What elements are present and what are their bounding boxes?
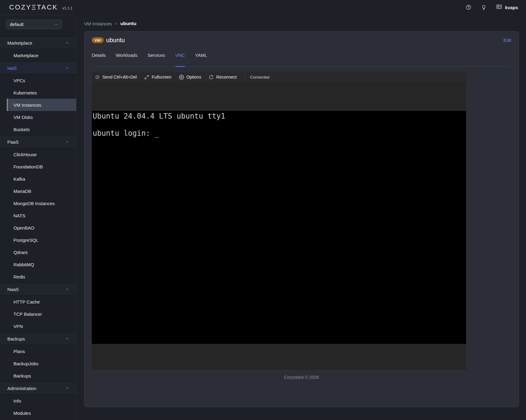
logo[interactable]: COZYΞTACK v1.1.1 <box>9 3 72 11</box>
sidebar-section-header-paas[interactable]: PaaS <box>0 135 76 148</box>
send-ctrl-alt-del-label: Send Ctrl+Alt+Del <box>102 75 137 79</box>
section-label: NaaS <box>7 287 19 292</box>
tab-vnc[interactable]: VNC <box>175 52 185 66</box>
lightbulb-icon[interactable] <box>481 4 487 10</box>
vmi-badge: VMI <box>92 37 104 43</box>
chevron-up-icon <box>65 41 69 45</box>
chevron-up-icon <box>65 140 69 144</box>
terminal-line <box>93 120 466 129</box>
sidebar-section-header-marketplace[interactable]: Marketplace <box>0 36 76 49</box>
sidebar-item-mariadb[interactable]: MariaDB <box>7 185 76 197</box>
tab-workloads[interactable]: Workloads <box>116 52 138 66</box>
power-icon <box>95 75 100 80</box>
sidebar-item-redis[interactable]: Redis <box>7 271 76 283</box>
chevron-up-icon <box>65 287 69 291</box>
fullscreen-button[interactable]: Fullscreen <box>144 75 172 80</box>
fullscreen-icon <box>144 75 149 80</box>
sidebar-item-plans[interactable]: Plans <box>7 345 76 357</box>
sidebar-item-backupjobs[interactable]: BackupJobs <box>7 357 76 370</box>
topbar-actions: kvaps <box>465 4 518 11</box>
breadcrumb: VM Instances > ubuntu <box>84 19 526 28</box>
sidebar-section-administration: Administration Info Modules <box>0 382 76 419</box>
sidebar-item-vm-disks[interactable]: VM Disks <box>7 111 76 123</box>
sidebar-section-header-iaas[interactable]: IaaS <box>0 61 76 74</box>
footer-copyright: Cozystack © 2026 <box>92 375 511 381</box>
sidebar-section-naas: NaaS HTTP Cache TCP Balancer VPN <box>0 283 76 332</box>
sidebar-item-kafka[interactable]: Kafka <box>7 173 76 185</box>
sidebar-nav: Marketplace Marketplace IaaS VPCs Kubern… <box>0 36 76 419</box>
chevron-down-icon <box>54 22 59 27</box>
tab-services[interactable]: Services <box>147 52 165 66</box>
sidebar-item-vm-instances[interactable]: VM Instances <box>7 99 76 111</box>
app-version: v1.1.1 <box>62 6 72 10</box>
breadcrumb-parent[interactable]: VM Instances <box>84 21 112 26</box>
sidebar-item-buckets[interactable]: Buckets <box>7 123 76 135</box>
sidebar-item-mongodb-instances[interactable]: MongoDB Instances <box>7 197 76 209</box>
breadcrumb-current: ubuntu <box>120 21 136 26</box>
sidebar-section-header-administration[interactable]: Administration <box>0 382 76 395</box>
sidebar-item-nats[interactable]: NATS <box>7 209 76 222</box>
connection-status: Connected <box>245 75 269 79</box>
section-label: Administration <box>7 386 36 391</box>
page-title: ubuntu <box>106 37 125 44</box>
sidebar-item-foundationdb[interactable]: FoundationDB <box>7 160 76 173</box>
sidebar-item-tcp-balancer[interactable]: TCP Balancer <box>7 308 76 320</box>
terminal-line: Ubuntu 24.04.4 LTS ubuntu tty1 <box>93 112 466 120</box>
sidebar-item-clickhouse[interactable]: ClickHouse <box>7 148 76 160</box>
edit-button[interactable]: Edit <box>503 38 511 43</box>
options-label: Options <box>187 75 201 79</box>
sidebar-section-header-naas[interactable]: NaaS <box>0 283 76 296</box>
sidebar-section-backups: Backups Plans BackupJobs Backups <box>0 332 76 382</box>
logo-text: COZYΞTACK <box>9 3 58 11</box>
vnc-display[interactable]: Ubuntu 24.04.4 LTS ubuntu tty1 ubuntu lo… <box>92 82 466 370</box>
id-badge-icon <box>496 4 502 11</box>
sidebar-item-kubernetes[interactable]: Kubernetes <box>7 87 76 99</box>
sidebar-item-qdrant[interactable]: Qdrant <box>7 246 76 258</box>
section-label: IaaS <box>7 65 17 71</box>
terminal-line: ubuntu login: _ <box>93 129 466 138</box>
reconnect-button[interactable]: Reconnect <box>209 75 237 80</box>
breadcrumb-separator: > <box>115 21 117 26</box>
sidebar-item-openbao[interactable]: OpenBAO <box>7 222 76 234</box>
tab-yaml[interactable]: YAML <box>195 52 207 66</box>
main-content: VM Instances > ubuntu VMI ubuntu Edit De… <box>76 15 526 420</box>
sidebar-item-http-cache[interactable]: HTTP Cache <box>7 296 76 308</box>
sidebar-section-marketplace: Marketplace Marketplace <box>0 36 76 61</box>
sidebar-item-vpn[interactable]: VPN <box>7 320 76 332</box>
sidebar-item-vpcs[interactable]: VPCs <box>7 74 76 87</box>
vnc-framebuffer[interactable]: Ubuntu 24.04.4 LTS ubuntu tty1 ubuntu lo… <box>92 111 466 344</box>
vm-instance-card: VMI ubuntu Edit Details Workloads Servic… <box>84 31 519 407</box>
tabs: Details Workloads Services VNC YAML <box>92 52 511 67</box>
section-label: Marketplace <box>7 40 32 46</box>
tab-details[interactable]: Details <box>92 52 106 66</box>
section-label: PaaS <box>7 139 19 145</box>
topbar: COZYΞTACK v1.1.1 kvaps <box>0 0 526 15</box>
username: kvaps <box>505 5 518 10</box>
send-ctrl-alt-del-button[interactable]: Send Ctrl+Alt+Del <box>95 75 137 80</box>
vnc-toolbar: Send Ctrl+Alt+Del Fullscreen Options Rec… <box>92 72 466 82</box>
sidebar-section-paas: PaaS ClickHouse FoundationDB Kafka Maria… <box>0 135 76 283</box>
sidebar-item-postgresql[interactable]: PostgreSQL <box>7 234 76 246</box>
sidebar-section-iaas: IaaS VPCs Kubernetes VM Instances VM Dis… <box>0 61 76 135</box>
sidebar-item-info[interactable]: Info <box>7 395 76 407</box>
sidebar-item-backups[interactable]: Backups <box>7 370 76 382</box>
sidebar: default Marketplace Marketplace IaaS VPC… <box>0 15 76 420</box>
sidebar-section-header-backups[interactable]: Backups <box>0 332 76 345</box>
reload-icon <box>209 75 214 80</box>
namespace-value: default <box>10 22 24 27</box>
user-menu[interactable]: kvaps <box>496 4 518 11</box>
sidebar-item-modules[interactable]: Modules <box>7 407 76 419</box>
section-label: Backups <box>7 336 25 341</box>
help-icon[interactable] <box>465 4 472 10</box>
options-button[interactable]: Options <box>179 75 201 80</box>
namespace-select[interactable]: default <box>6 20 62 29</box>
chevron-up-icon <box>65 66 69 70</box>
gear-icon <box>179 75 184 80</box>
chevron-up-icon <box>65 337 69 341</box>
chevron-up-icon <box>65 386 69 390</box>
card-header: VMI ubuntu Edit <box>92 36 511 44</box>
sidebar-item-rabbitmq[interactable]: RabbitMQ <box>7 258 76 271</box>
fullscreen-label: Fullscreen <box>152 75 172 79</box>
reconnect-label: Reconnect <box>216 75 237 79</box>
sidebar-item-marketplace[interactable]: Marketplace <box>7 49 76 61</box>
